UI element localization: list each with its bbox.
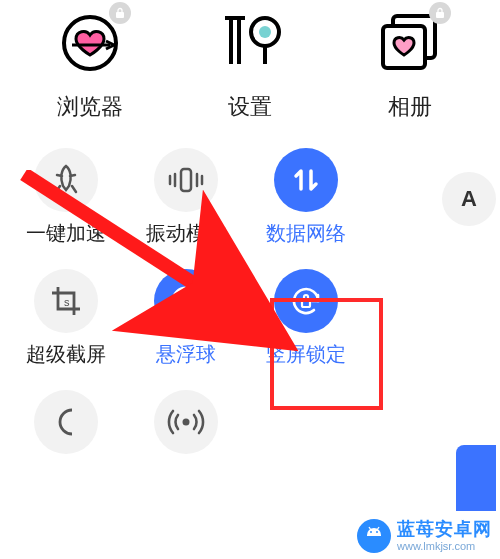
tile-more[interactable]: [246, 390, 366, 454]
watermark-url: www.lmkjsr.com: [397, 540, 492, 552]
svg-line-22: [369, 527, 371, 530]
app-gallery[interactable]: 相册: [355, 8, 465, 122]
svg-rect-2: [116, 12, 124, 18]
svg-rect-17: [302, 299, 310, 307]
app-shortcut-row: 浏览器 设置 相册: [0, 0, 500, 142]
target-circle-icon: [154, 269, 218, 333]
rotation-lock-icon: [274, 269, 338, 333]
heart-target-icon: [55, 8, 125, 78]
tile-do-not-disturb[interactable]: [6, 390, 126, 454]
tile-vibrate[interactable]: 振动模式: [126, 148, 246, 247]
crop-icon: s: [34, 269, 98, 333]
cutlery-icon: [215, 8, 285, 78]
edit-tiles-button[interactable]: A: [442, 172, 496, 226]
brightness-slider-handle[interactable]: [456, 445, 496, 511]
tile-label: 超级截屏: [26, 341, 106, 368]
svg-text:s: s: [64, 296, 70, 308]
tile-label: 振动模式: [146, 220, 226, 247]
svg-line-23: [377, 527, 379, 530]
lock-icon: [429, 2, 451, 24]
moon-icon: [34, 390, 98, 454]
svg-point-21: [376, 531, 378, 533]
hotspot-icon: [154, 390, 218, 454]
svg-rect-11: [436, 12, 444, 18]
watermark-title: 蓝苺安卓网: [397, 520, 492, 540]
tile-row: s 超级截屏 悬浮球 竖屏锁定: [6, 263, 494, 384]
quick-settings-panel: 一键加速 振动模式 数据网络 s 超级截屏 悬浮球: [0, 142, 500, 470]
android-robot-icon: [357, 519, 391, 553]
tile-float-ball[interactable]: 悬浮球: [126, 269, 246, 368]
svg-point-7: [259, 26, 271, 38]
svg-point-18: [183, 419, 190, 426]
vibrate-icon: [154, 148, 218, 212]
svg-point-16: [184, 299, 188, 303]
svg-point-20: [370, 531, 372, 533]
data-arrows-icon: [274, 148, 338, 212]
tile-row: [6, 384, 494, 470]
app-label: 相册: [388, 92, 432, 122]
app-label: 浏览器: [57, 92, 123, 122]
app-label: 设置: [228, 92, 272, 122]
rocket-icon: [34, 148, 98, 212]
tile-rotation-lock[interactable]: 竖屏锁定: [246, 269, 366, 368]
watermark: 蓝苺安卓网 www.lmkjsr.com: [357, 519, 492, 553]
tile-label: 悬浮球: [156, 341, 216, 368]
tile-row: 一键加速 振动模式 数据网络: [6, 142, 494, 263]
photo-stack-icon: [375, 8, 445, 78]
tile-label: 一键加速: [26, 220, 106, 247]
svg-rect-12: [181, 169, 191, 191]
tile-data-network[interactable]: 数据网络: [246, 148, 366, 247]
lock-icon: [109, 2, 131, 24]
tile-screenshot[interactable]: s 超级截屏: [6, 269, 126, 368]
app-browser[interactable]: 浏览器: [35, 8, 145, 122]
tile-label: 竖屏锁定: [266, 341, 346, 368]
tile-boost[interactable]: 一键加速: [6, 148, 126, 247]
edit-button-label: A: [461, 186, 477, 212]
tile-hotspot[interactable]: [126, 390, 246, 454]
app-settings[interactable]: 设置: [195, 8, 305, 122]
tile-label: 数据网络: [266, 220, 346, 247]
